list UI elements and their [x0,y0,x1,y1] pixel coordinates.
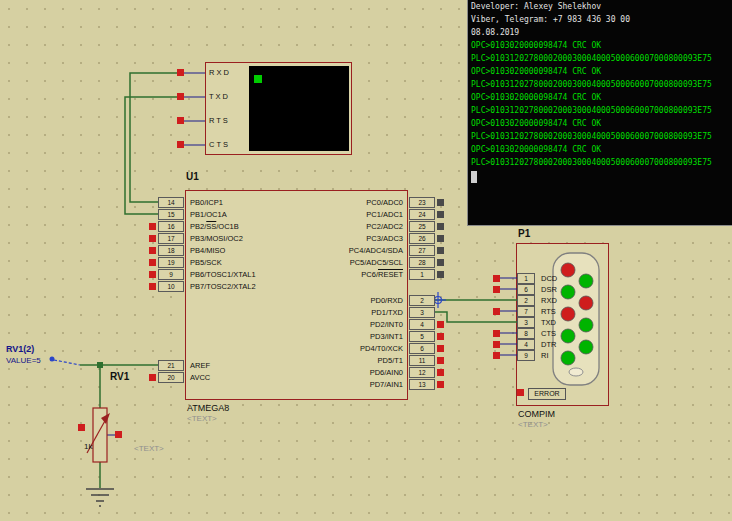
u1-right-pins-portc: PC0/ADC0 23 PC1/ADC1 24 PC2/ADC2 25 PC3/… [250,196,435,280]
pin-number: 14 [158,197,184,208]
pin-name: PC5/ADC5/SCL [350,258,403,267]
pin-row[interactable]: 18 PB4/MISO [158,244,256,256]
u1-power-pins: 21 AREF 20 AVCC [158,359,210,383]
pin-row[interactable]: PD7/AIN1 13 [250,378,435,390]
potentiometer-symbol[interactable] [87,408,110,462]
rv1-text-placeholder: <TEXT> [134,444,164,453]
pin-number: 20 [158,372,184,383]
pin-marker [149,235,156,242]
pin-row[interactable]: PC0/ADC0 23 [250,196,435,208]
rv1-reference[interactable]: RV1 [110,371,129,382]
pin-marker [78,424,85,431]
pin-name: PB1/OC1A [190,210,227,219]
pin-row[interactable]: PD1/TXD 3 [250,306,435,318]
pin-marker [437,357,444,364]
pin-row[interactable]: 9 PB6/TOSC1/XTAL1 [158,268,256,280]
pin-row[interactable]: 4 DTR [517,339,557,350]
pin-row[interactable]: 21 AREF [158,359,210,371]
pin-number: 24 [409,209,435,220]
p1-value[interactable]: COMPIM [518,409,555,419]
rv1-value[interactable]: 1k [84,442,92,451]
pin-marker [437,321,444,328]
pin-number: 4 [517,339,535,350]
console-log-line: OPC>0103020000098474 CRC OK [471,93,732,106]
pin-row[interactable]: PD0/RXD 2 [250,294,435,306]
pin-row[interactable]: PD2/INT0 4 [250,318,435,330]
u1-reference[interactable]: U1 [186,171,199,182]
pin-name: DSR [541,285,557,294]
pin-row[interactable]: PC6/RESET 1 [250,268,435,280]
pin-row[interactable]: PC1/ADC1 24 [250,208,435,220]
pin-row[interactable]: PD4/T0/XCK 6 [250,342,435,354]
pin-row[interactable]: 7 RTS [517,306,557,317]
pin-row[interactable]: 10 PB7/TOSC2/XTAL2 [158,280,256,292]
proteus-schematic: Developer: Alexey ShelekhovViber, Telegr… [0,0,732,521]
pin-marker [493,352,500,359]
pin-number: 3 [517,317,535,328]
pin-name: PC3/ADC3 [366,234,403,243]
pin-marker [437,235,444,242]
pin-number: 10 [158,281,184,292]
pin-name: DTR [541,340,556,349]
ground-symbol[interactable] [86,489,114,506]
u1-right-pins-portd: PD0/RXD 2 PD1/TXD 3 PD2/INT0 4 PD3/INT1 … [250,294,435,390]
pin-marker [177,69,184,76]
console-header-line: 08.08.2019 [471,28,732,41]
pin-row[interactable]: 3 TXD [517,317,557,328]
pin-number: 25 [409,221,435,232]
pin-number: 18 [158,245,184,256]
pin-marker [493,341,500,348]
pin-row[interactable]: 8 CTS [517,328,557,339]
pin-number: 15 [158,209,184,220]
pin-row[interactable]: 20 AVCC [158,371,210,383]
pin-marker [437,381,444,388]
pin-name: PB2/SS/OC1B [190,222,239,231]
pin-row[interactable]: PD5/T1 11 [250,354,435,366]
pin-number: 26 [409,233,435,244]
pin-name: RI [541,351,549,360]
voltage-probe-label[interactable]: RV1(2) [6,344,34,354]
pin-row[interactable]: 15 PB1/OC1A [158,208,256,220]
pin-row[interactable]: PC2/ADC2 25 [250,220,435,232]
pin-name: PD4/T0/XCK [360,344,403,353]
pin-row[interactable]: 16 PB2/SS/OC1B [158,220,256,232]
pin-row[interactable]: 9 RI [517,350,557,361]
pin-row[interactable]: PC4/ADC4/SDA 27 [250,244,435,256]
pin-number: 2 [409,295,435,306]
pin-number: 6 [409,343,435,354]
pin-marker [437,333,444,340]
p1-text-placeholder: <TEXT> [518,420,548,429]
pin-number: 28 [409,257,435,268]
pin-marker [149,283,156,290]
pin-row[interactable]: PD6/AIN0 12 [250,366,435,378]
pin-marker [177,93,184,100]
pin-row[interactable]: PC3/ADC3 26 [250,232,435,244]
pin-number: 5 [409,331,435,342]
pin-marker [149,247,156,254]
pin-row[interactable]: 6 DSR [517,284,557,295]
terminal-pin-label: RXD [209,67,231,91]
pin-row[interactable]: PD3/INT1 5 [250,330,435,342]
pin-name: TXD [541,318,556,327]
voltage-probe-symbol[interactable] [50,357,81,366]
console-log-line: PLC>010312027800020003000400050006000700… [471,54,732,67]
pin-row[interactable]: PC5/ADC5/SCL 28 [250,256,435,268]
p1-reference[interactable]: P1 [518,228,530,239]
pin-marker [517,389,524,396]
pin-row[interactable]: 2 RXD [517,295,557,306]
pin-row[interactable]: 17 PB3/MOSI/OC2 [158,232,256,244]
pin-marker [437,247,444,254]
pin-name: DCD [541,274,557,283]
pin-name: PC6/RESET [361,270,403,279]
u1-value[interactable]: ATMEGA8 [187,403,229,413]
pin-name: PB5/SCK [190,258,222,267]
serial-console-window[interactable]: Developer: Alexey ShelekhovViber, Telegr… [467,0,732,226]
pin-name: PD2/INT0 [370,320,403,329]
wires[interactable] [80,73,517,488]
console-log-line: OPC>0103020000098474 CRC OK [471,119,732,132]
pin-row[interactable]: 19 PB5/SCK [158,256,256,268]
pin-number: 16 [158,221,184,232]
pin-row[interactable]: 14 PB0/ICP1 [158,196,256,208]
pin-number: 4 [409,319,435,330]
pin-row[interactable]: 1 DCD [517,273,557,284]
